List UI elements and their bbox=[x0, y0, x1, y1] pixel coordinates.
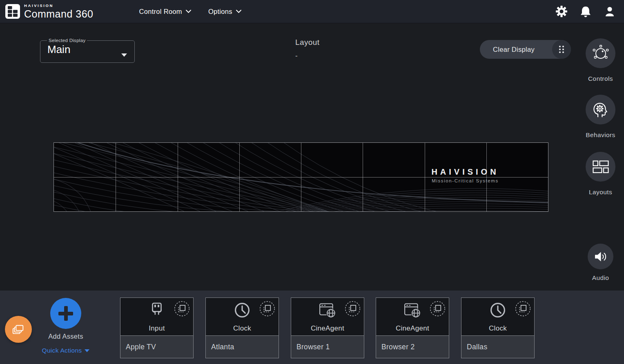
audio-speaker-icon bbox=[594, 250, 608, 263]
asset-card-atlanta[interactable]: Clock Atlanta bbox=[205, 297, 279, 358]
asset-name-label: Apple TV bbox=[120, 336, 193, 358]
layout-heading: Layout - bbox=[295, 38, 319, 60]
wall-tagline: Mission-Critical Systems bbox=[419, 178, 512, 183]
assets-dock: Add Assets Quick Actions Input Apple TV … bbox=[0, 291, 624, 364]
asset-name-label: Browser 2 bbox=[376, 336, 449, 358]
quick-actions-button[interactable]: Quick Actions bbox=[33, 347, 98, 354]
rail-label-controls: Controls bbox=[586, 75, 615, 82]
asset-type-label: Clock bbox=[461, 324, 534, 333]
clock-icon bbox=[489, 302, 506, 319]
clear-display-label: Clear Display bbox=[493, 40, 535, 59]
clear-display-button[interactable]: Clear Display bbox=[480, 40, 571, 59]
person-icon bbox=[604, 5, 615, 18]
command360-app: HAIVISION Command 360 Control Room Optio… bbox=[0, 0, 624, 364]
video-wall-preview[interactable]: HAIVISION Mission-Critical Systems bbox=[53, 142, 548, 212]
asset-card-apple-tv[interactable]: Input Apple TV bbox=[120, 297, 194, 358]
browser-globe-icon bbox=[319, 302, 336, 319]
topbar-actions bbox=[555, 5, 616, 18]
send-to-display-icon[interactable] bbox=[515, 301, 531, 317]
asset-name-label: Dallas bbox=[461, 336, 534, 358]
wall-brand-block: HAIVISION Mission-Critical Systems bbox=[419, 167, 512, 183]
add-assets-button[interactable] bbox=[50, 298, 81, 329]
rail-label-behaviors: Behaviors bbox=[586, 131, 615, 139]
asset-name-label: Browser 1 bbox=[291, 336, 364, 358]
layout-value: - bbox=[295, 52, 319, 60]
clock-icon bbox=[234, 302, 251, 319]
add-assets-label: Add Assets bbox=[33, 333, 98, 340]
asset-type-label: CineAgent bbox=[376, 324, 449, 333]
browser-globe-icon bbox=[404, 302, 421, 319]
asset-card-browser-1[interactable]: CineAgent Browser 1 bbox=[291, 297, 364, 358]
layouts-icon bbox=[593, 160, 609, 173]
menu-options[interactable]: Options bbox=[208, 8, 241, 16]
rail-item-audio[interactable]: Audio bbox=[586, 244, 615, 282]
send-to-display-icon[interactable] bbox=[430, 301, 446, 317]
asset-type-label: Clock bbox=[206, 324, 279, 333]
asset-type-label: Input bbox=[120, 324, 193, 333]
brand-haivision: HAIVISION bbox=[24, 4, 93, 8]
account-button[interactable] bbox=[604, 5, 616, 18]
layers-stack-icon bbox=[11, 322, 25, 336]
menu-control-room[interactable]: Control Room bbox=[139, 8, 191, 16]
chevron-down-icon bbox=[236, 10, 241, 13]
wall-haivision-wordmark: HAIVISION bbox=[419, 167, 512, 177]
asset-stack-button[interactable] bbox=[5, 316, 32, 343]
quick-actions-label: Quick Actions bbox=[42, 347, 82, 354]
brand-block: HAIVISION Command 360 bbox=[24, 4, 93, 19]
top-navigation-bar: HAIVISION Command 360 Control Room Optio… bbox=[0, 0, 624, 23]
brand-command360: Command 360 bbox=[24, 9, 93, 19]
layout-label: Layout bbox=[295, 38, 319, 47]
asset-card-browser-2[interactable]: CineAgent Browser 2 bbox=[376, 297, 449, 358]
plus-icon bbox=[50, 298, 81, 329]
send-to-display-icon[interactable] bbox=[174, 301, 190, 317]
notifications-button[interactable] bbox=[579, 5, 592, 18]
controls-icon bbox=[591, 44, 610, 63]
send-to-display-icon[interactable] bbox=[345, 301, 361, 317]
rail-item-layouts[interactable]: Layouts bbox=[586, 152, 615, 196]
rail-label-audio: Audio bbox=[586, 274, 615, 282]
chevron-down-icon bbox=[186, 10, 191, 13]
haivision-logo-icon bbox=[5, 4, 20, 19]
menu-control-room-label: Control Room bbox=[139, 8, 182, 16]
usb-plug-icon bbox=[148, 302, 165, 319]
selected-display-value: Main bbox=[47, 43, 129, 56]
asset-type-label: CineAgent bbox=[291, 324, 364, 333]
behaviors-icon bbox=[591, 100, 610, 119]
menu-options-label: Options bbox=[208, 8, 232, 16]
selected-display-label: Selected Display bbox=[47, 38, 87, 43]
settings-button[interactable] bbox=[555, 5, 568, 18]
rail-item-behaviors[interactable]: Behaviors bbox=[586, 95, 615, 139]
rail-label-layouts: Layouts bbox=[586, 189, 615, 196]
triangle-down-icon bbox=[85, 349, 89, 352]
rail-item-controls[interactable]: Controls bbox=[586, 38, 615, 82]
gear-icon bbox=[555, 5, 568, 18]
bell-icon bbox=[580, 5, 591, 18]
asset-card-dallas[interactable]: Clock Dallas bbox=[461, 297, 535, 358]
asset-name-label: Atlanta bbox=[206, 336, 279, 358]
chevron-down-icon bbox=[121, 53, 127, 57]
send-to-display-icon[interactable] bbox=[259, 301, 275, 317]
drag-handle-icon[interactable] bbox=[552, 40, 571, 59]
selected-display-select[interactable]: Selected Display Main bbox=[40, 38, 135, 63]
